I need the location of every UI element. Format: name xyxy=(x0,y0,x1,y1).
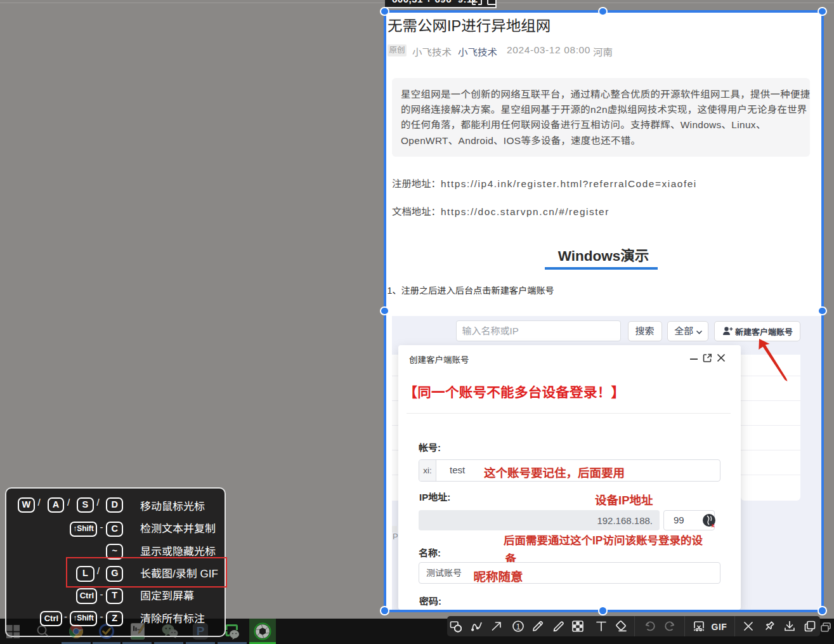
svg-text:1: 1 xyxy=(516,622,520,631)
svg-text:x: x xyxy=(711,521,715,528)
